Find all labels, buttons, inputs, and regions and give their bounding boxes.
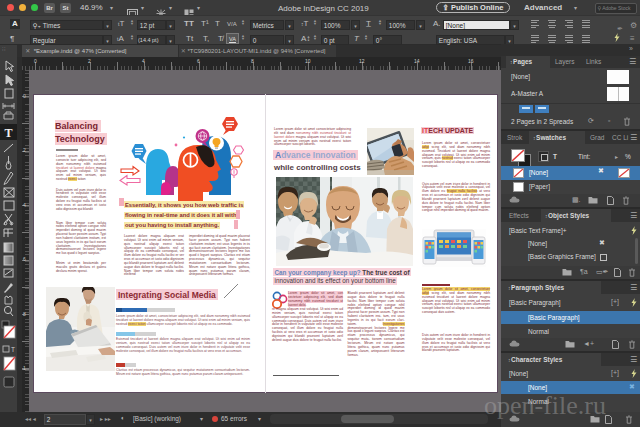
svg-text:T: T xyxy=(11,346,15,353)
svg-text:T: T xyxy=(4,126,12,140)
